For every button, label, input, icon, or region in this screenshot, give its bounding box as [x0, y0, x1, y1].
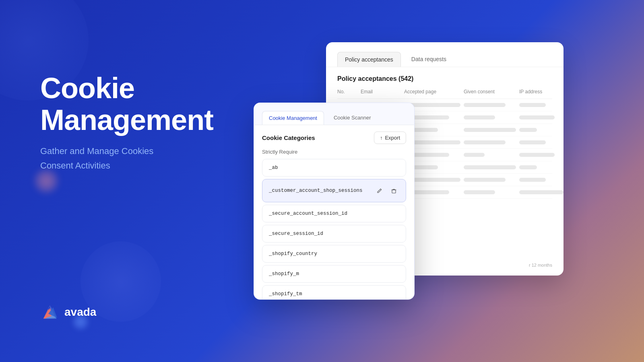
left-panel: Cookie Management Gather and Manage Cook… [40, 72, 213, 173]
cookie-tabs: Cookie Management Cookie Scanner [254, 103, 414, 125]
table-footer-text: r 12 months [529, 263, 552, 267]
tab-cookie-management[interactable]: Cookie Management [262, 111, 324, 125]
edit-icon[interactable] [374, 185, 385, 196]
cookie-item[interactable]: _ab [262, 159, 406, 177]
cookie-item[interactable]: _secure_account_session_id [262, 205, 406, 222]
cookie-categories-title: Cookie Categories [262, 134, 315, 141]
export-icon: ↑ [380, 135, 383, 141]
cookie-item[interactable]: _shopify_tm [262, 285, 406, 300]
cookie-item[interactable]: _customer_account_shop_sessions [262, 179, 406, 202]
export-label: Export [385, 135, 400, 141]
bg-orb-pink [34, 169, 58, 193]
cookie-item[interactable]: _shopify_m [262, 265, 406, 283]
tab-data-requests[interactable]: Data requests [404, 52, 454, 67]
export-button[interactable]: ↑ Export [374, 132, 406, 144]
policy-table-title: Policy acceptances (542) [337, 75, 552, 82]
table-header: No. Email Accepted page Given consent IP… [337, 89, 552, 99]
cookie-name: _shopify_tm [269, 291, 302, 297]
page-title: Cookie Management [40, 72, 213, 136]
tab-policy-acceptances[interactable]: Policy acceptances [337, 52, 401, 67]
cookie-item[interactable]: _secure_session_id [262, 225, 406, 243]
cookie-item-actions [374, 185, 399, 196]
avada-logo-icon [40, 302, 60, 322]
col-given-consent: Given consent [464, 89, 516, 95]
cookie-name: _secure_session_id [269, 231, 323, 237]
cookie-name: _ab [269, 165, 278, 171]
cookie-name: _shopify_country [269, 251, 317, 257]
col-email: Email [361, 89, 401, 95]
cookies-list: _ab _customer_account_shop_sessions [254, 159, 414, 300]
cookie-name: _secure_account_session_id [269, 211, 347, 216]
tab-cookie-scanner[interactable]: Cookie Scanner [327, 111, 378, 125]
cookie-name: _shopify_m [269, 271, 299, 277]
section-strictly-require: Strictly Require [254, 147, 414, 159]
cookie-management-panel: Cookie Management Cookie Scanner Cookie … [254, 103, 415, 300]
cookie-name: _customer_account_shop_sessions [269, 188, 363, 193]
cookie-item[interactable]: _shopify_country [262, 245, 406, 263]
svg-rect-4 [392, 190, 396, 193]
col-ip-address: IP address [519, 89, 564, 95]
cookie-panel-header: Cookie Categories ↑ Export [254, 125, 414, 147]
page-subtitle: Gather and Manage Cookies Consent Activi… [40, 144, 213, 172]
brand-name: avada [64, 306, 96, 319]
policy-tabs: Policy acceptances Data requests [326, 42, 564, 67]
logo: avada [40, 302, 96, 322]
col-accepted-page: Accepted page [404, 89, 460, 95]
col-no: No. [337, 89, 357, 95]
delete-icon[interactable] [388, 185, 399, 196]
